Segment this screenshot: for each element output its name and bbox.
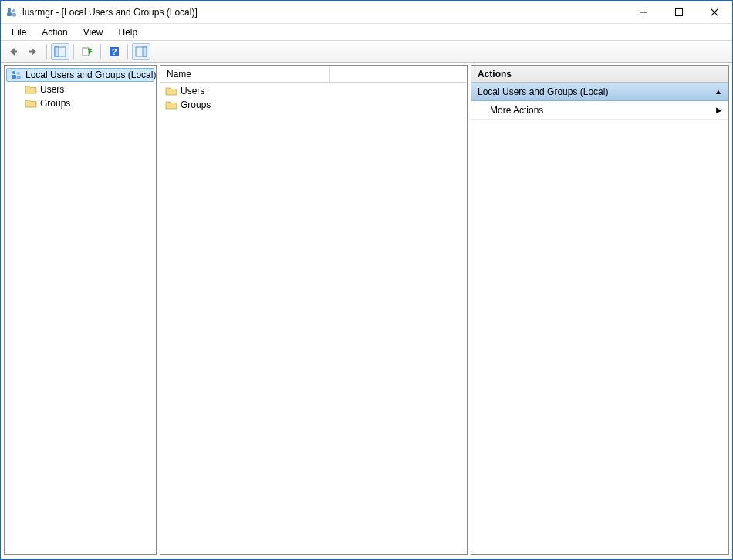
collapse-up-icon: ▲	[714, 87, 722, 96]
svg-rect-11	[55, 47, 59, 56]
actions-group-label: Local Users and Groups (Local)	[478, 86, 608, 97]
export-list-button[interactable]	[78, 43, 96, 60]
menubar: File Action View Help	[1, 24, 732, 41]
svg-rect-8	[14, 50, 17, 52]
show-hide-action-pane-button[interactable]	[132, 43, 150, 60]
toolbar: ?	[1, 41, 732, 62]
svg-rect-9	[29, 50, 32, 52]
svg-rect-18	[12, 75, 16, 79]
list-item-users[interactable]: Users	[160, 84, 467, 98]
help-button[interactable]: ?	[105, 43, 123, 60]
svg-rect-1	[7, 12, 12, 16]
app-icon	[5, 6, 18, 19]
menu-action[interactable]: Action	[35, 25, 73, 39]
list-item-label: Groups	[181, 100, 211, 110]
column-header-name[interactable]: Name	[160, 66, 330, 82]
tree-node-users[interactable]: Users	[5, 83, 156, 96]
svg-rect-5	[676, 8, 683, 15]
svg-rect-3	[12, 13, 17, 17]
window-controls	[626, 1, 732, 23]
actions-item-label: More Actions	[490, 105, 543, 116]
svg-text:?: ?	[112, 47, 117, 56]
show-hide-console-tree-button[interactable]	[51, 43, 69, 60]
list-header: Name	[160, 66, 467, 83]
maximize-button[interactable]	[661, 1, 697, 23]
minimize-button[interactable]	[626, 1, 661, 23]
list-item-label: Users	[181, 86, 204, 96]
menu-view[interactable]: View	[77, 25, 110, 39]
window-title: lusrmgr - [Local Users and Groups (Local…	[22, 7, 626, 18]
submenu-arrow-icon: ▶	[716, 106, 722, 114]
svg-point-19	[17, 72, 20, 75]
toolbar-separator	[73, 44, 74, 59]
svg-point-2	[12, 9, 15, 12]
menu-help[interactable]: Help	[113, 25, 144, 39]
toolbar-separator	[127, 44, 128, 59]
actions-group-header[interactable]: Local Users and Groups (Local) ▲	[471, 83, 728, 101]
tree-node-label: Users	[40, 84, 64, 95]
actions-header: Actions	[471, 66, 728, 83]
app-window: lusrmgr - [Local Users and Groups (Local…	[0, 0, 733, 560]
users-groups-icon	[10, 69, 22, 81]
svg-rect-20	[17, 76, 21, 79]
svg-rect-16	[143, 47, 147, 56]
list-item-groups[interactable]: Groups	[160, 98, 467, 112]
back-button[interactable]	[4, 43, 22, 60]
toolbar-separator	[100, 44, 101, 59]
tree-node-groups[interactable]: Groups	[5, 96, 156, 110]
actions-more-actions[interactable]: More Actions ▶	[471, 101, 728, 120]
console-tree: Local Users and Groups (Local) Users Gro…	[5, 66, 156, 112]
forward-button[interactable]	[24, 43, 42, 60]
list-pane: Name Users Groups	[160, 65, 468, 555]
menu-file[interactable]: File	[5, 25, 32, 39]
svg-rect-12	[83, 48, 89, 56]
svg-point-17	[12, 71, 15, 74]
svg-point-0	[8, 8, 12, 12]
toolbar-separator	[46, 44, 47, 59]
close-button[interactable]	[697, 1, 732, 23]
console-tree-pane: Local Users and Groups (Local) Users Gro…	[4, 65, 157, 555]
list-body: Users Groups	[160, 83, 467, 113]
folder-icon	[165, 85, 177, 97]
folder-icon	[165, 99, 177, 111]
titlebar: lusrmgr - [Local Users and Groups (Local…	[1, 1, 732, 24]
tree-root-label: Local Users and Groups (Local)	[25, 69, 156, 80]
tree-node-label: Groups	[40, 98, 70, 109]
actions-pane: Actions Local Users and Groups (Local) ▲…	[471, 65, 729, 555]
tree-root-node[interactable]: Local Users and Groups (Local)	[6, 68, 154, 82]
folder-icon	[25, 97, 37, 110]
folder-icon	[25, 83, 37, 96]
content-area: Local Users and Groups (Local) Users Gro…	[1, 62, 732, 559]
